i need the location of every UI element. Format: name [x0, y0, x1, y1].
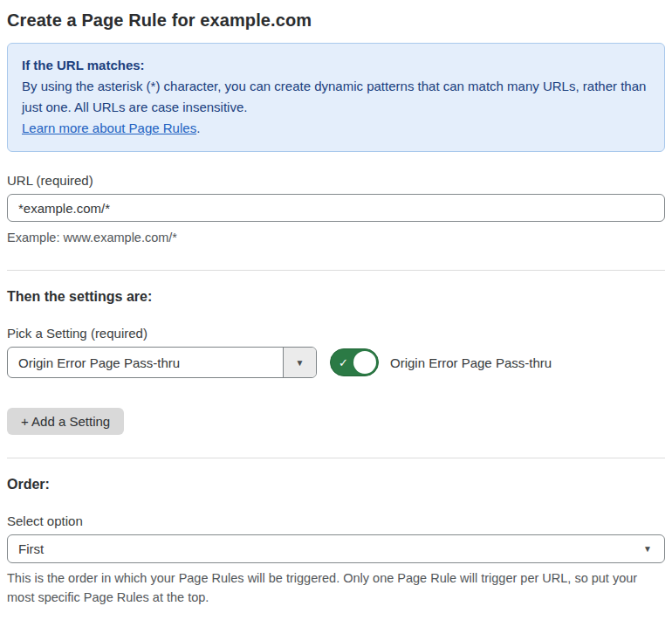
- settings-section-heading: Then the settings are:: [7, 289, 665, 305]
- url-match-info-box: If the URL matches: By using the asteris…: [7, 43, 665, 152]
- url-input[interactable]: [7, 194, 665, 222]
- check-icon: ✓: [339, 356, 348, 369]
- setting-dropdown[interactable]: Origin Error Page Pass-thru ▼: [7, 347, 317, 378]
- order-help-text: This is the order in which your Page Rul…: [7, 568, 665, 607]
- setting-toggle-label: Origin Error Page Pass-thru: [390, 355, 552, 370]
- setting-toggle[interactable]: ✓: [330, 348, 379, 376]
- order-select-value: First: [18, 541, 44, 556]
- chevron-down-icon: ▼: [643, 544, 652, 554]
- chevron-down-icon: ▼: [296, 358, 305, 368]
- info-box-link-line: Learn more about Page Rules.: [22, 118, 650, 139]
- order-select-label: Select option: [7, 513, 665, 528]
- pick-setting-label: Pick a Setting (required): [7, 326, 665, 341]
- page-title: Create a Page Rule for example.com: [7, 10, 665, 31]
- link-suffix: .: [196, 121, 200, 135]
- toggle-knob: [353, 351, 376, 374]
- order-select[interactable]: First ▼: [7, 534, 665, 563]
- url-label: URL (required): [7, 173, 665, 188]
- add-setting-button[interactable]: + Add a Setting: [7, 408, 124, 435]
- order-section-heading: Order:: [7, 477, 665, 493]
- divider: [7, 458, 665, 458]
- info-box-heading: If the URL matches:: [22, 55, 650, 76]
- divider: [7, 270, 665, 271]
- dropdown-arrow-box[interactable]: ▼: [283, 348, 316, 377]
- url-example-hint: Example: www.example.com/*: [7, 228, 665, 247]
- setting-dropdown-value: Origin Error Page Pass-thru: [8, 355, 180, 370]
- learn-more-link[interactable]: Learn more about Page Rules: [22, 121, 196, 135]
- setting-row: Origin Error Page Pass-thru ▼ ✓ Origin E…: [7, 347, 665, 378]
- info-box-body: By using the asterisk (*) character, you…: [22, 76, 650, 118]
